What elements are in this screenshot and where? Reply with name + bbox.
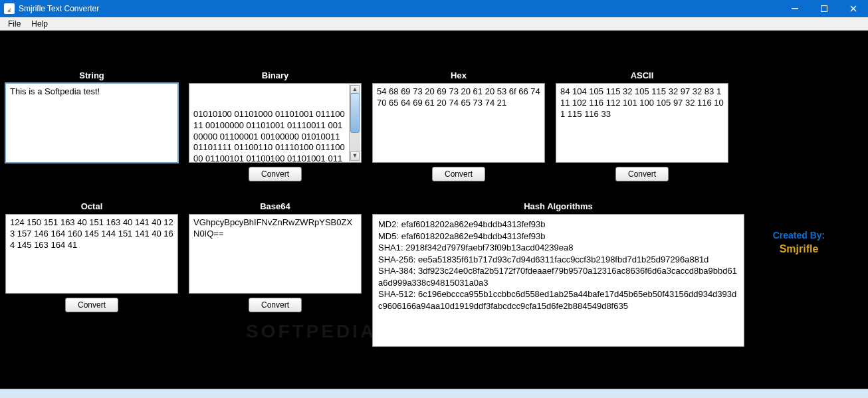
label-hash: Hash Algorithms	[372, 201, 744, 211]
scroll-down-icon[interactable]: ▼	[350, 151, 360, 161]
maximize-button[interactable]	[810, 0, 839, 17]
panel-binary: Binary 01010100 01101000 01101001 011100…	[189, 70, 362, 181]
output-ascii[interactable]: 84 104 105 115 32 105 115 32 97 32 83 11…	[556, 83, 728, 163]
convert-button-base64[interactable]: Convert	[249, 298, 302, 312]
window-title: Smjrifle Text Converter	[19, 4, 99, 13]
output-hex[interactable]: 54 68 69 73 20 69 73 20 61 20 53 6f 66 7…	[372, 83, 545, 163]
label-hex: Hex	[372, 70, 545, 80]
credit-label: Created By:	[746, 230, 852, 241]
input-string[interactable]: This is a Softpedia test!	[5, 83, 178, 163]
svg-rect-1	[821, 6, 827, 12]
panel-base64: Base64 VGhpcyBpcyBhIFNvZnRwZWRpYSB0ZXN0I…	[189, 201, 362, 312]
label-octal: Octal	[5, 201, 178, 211]
panel-octal: Octal 124 150 151 163 40 151 163 40 141 …	[5, 201, 178, 312]
output-octal[interactable]: 124 150 151 163 40 151 163 40 141 40 123…	[5, 214, 178, 294]
output-base64[interactable]: VGhpcyBpcyBhIFNvZnRwZWRpYSB0ZXN0IQ==	[189, 214, 362, 294]
menubar: File Help	[0, 17, 868, 31]
menu-file[interactable]: File	[4, 19, 25, 29]
credit-block: Created By: Smjrifle	[746, 230, 852, 255]
label-binary: Binary	[189, 70, 362, 80]
scroll-thumb[interactable]	[350, 93, 360, 133]
output-binary[interactable]: 01010100 01101000 01101001 01110011 0010…	[189, 83, 362, 163]
convert-button-binary[interactable]: Convert	[249, 167, 302, 181]
panel-hash: Hash Algorithms MD2: efaf6018202a862e94b…	[372, 201, 744, 347]
output-hash[interactable]: MD2: efaf6018202a862e94bddb4313fef93b MD…	[372, 214, 744, 347]
menu-help[interactable]: Help	[27, 19, 52, 29]
close-button[interactable]	[839, 0, 868, 17]
label-base64: Base64	[189, 201, 362, 211]
convert-button-ascii[interactable]: Convert	[615, 167, 669, 181]
label-string: String	[5, 70, 178, 80]
svg-rect-0	[792, 8, 798, 9]
titlebar: Smjrifle Text Converter	[0, 0, 868, 17]
output-binary-text: 01010100 01101000 01101001 01110011 0010…	[193, 109, 357, 163]
panel-ascii: ASCII 84 104 105 115 32 105 115 32 97 32…	[556, 70, 728, 181]
panel-hex: Hex 54 68 69 73 20 69 73 20 61 20 53 6f …	[372, 70, 545, 181]
status-bar	[0, 389, 868, 398]
convert-button-hex[interactable]: Convert	[432, 167, 485, 181]
minimize-button[interactable]	[780, 0, 810, 17]
panel-string: String This is a Softpedia test!	[5, 70, 178, 163]
convert-button-octal[interactable]: Convert	[65, 298, 118, 312]
client-area: String This is a Softpedia test! Binary …	[0, 31, 868, 389]
java-icon	[4, 3, 15, 14]
label-ascii: ASCII	[556, 70, 728, 80]
credit-author: Smjrifle	[746, 243, 852, 255]
app-window: Smjrifle Text Converter File Help String…	[0, 0, 868, 398]
